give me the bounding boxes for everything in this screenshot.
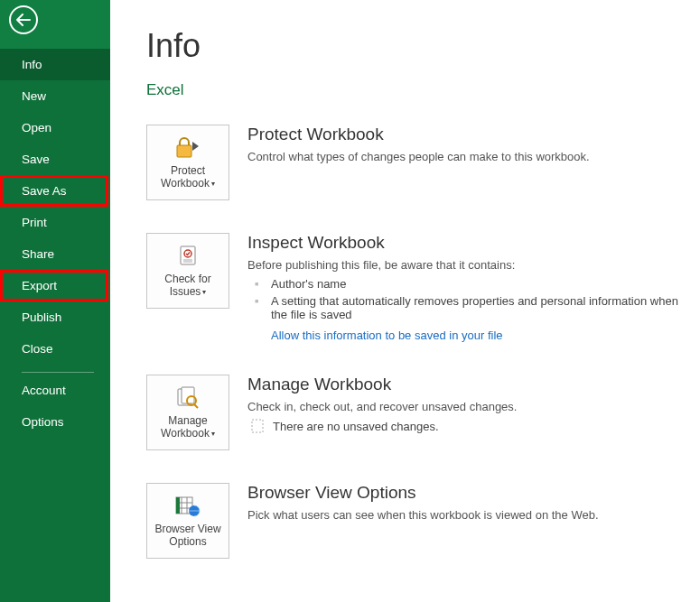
nav-label: Save (22, 153, 50, 166)
nav-label: Options (22, 415, 64, 429)
nav-item-close[interactable]: Close (0, 333, 110, 365)
section-desc: Check in, check out, and recover unsaved… (247, 400, 682, 413)
svg-rect-9 (252, 420, 263, 432)
section-body: Manage Workbook Check in, check out, and… (247, 375, 682, 450)
inspect-bullet: Author's name (247, 275, 682, 292)
nav-label: Close (22, 342, 53, 356)
svg-rect-15 (176, 497, 180, 514)
section-desc: Before publishing this file, be aware th… (247, 258, 682, 272)
allow-info-link[interactable]: Allow this information to be saved in yo… (271, 329, 503, 342)
nav-label: Open (22, 121, 51, 134)
page-subtitle: Excel (146, 81, 682, 99)
chevron-down-icon: ▾ (202, 288, 206, 296)
section-body: Protect Workbook Control what types of c… (247, 125, 682, 200)
nav-primary: Info New Open Save Save As Print Share E… (0, 49, 110, 438)
nav-label: Save As (22, 184, 67, 198)
browser-view-options-button[interactable]: Browser ViewOptions (146, 483, 229, 559)
nav-label: Account (22, 384, 66, 397)
manage-workbook-button[interactable]: ManageWorkbook▾ (146, 375, 229, 450)
nav-item-share[interactable]: Share (0, 238, 110, 270)
section-inspect: Check forIssues▾ Inspect Workbook Before… (146, 233, 682, 342)
section-title: Browser View Options (247, 483, 682, 503)
unsaved-status-text: There are no unsaved changes. (273, 420, 439, 433)
nav-item-publish[interactable]: Publish (0, 301, 110, 333)
section-manage: ManageWorkbook▾ Manage Workbook Check in… (146, 375, 682, 450)
section-title: Protect Workbook (247, 125, 682, 144)
section-title: Inspect Workbook (247, 233, 682, 253)
tile-label: Check forIssues▾ (164, 273, 210, 298)
nav-item-account[interactable]: Account (0, 375, 110, 406)
tile-label: ProtectWorkbook▾ (161, 164, 215, 190)
chevron-down-icon: ▾ (211, 430, 215, 438)
protect-workbook-button[interactable]: ProtectWorkbook▾ (146, 125, 229, 200)
check-for-issues-button[interactable]: Check forIssues▾ (146, 233, 229, 309)
document-check-icon (173, 244, 202, 269)
spreadsheet-globe-icon (173, 494, 202, 519)
nav-item-open[interactable]: Open (0, 112, 110, 144)
nav-item-save[interactable]: Save (0, 144, 110, 175)
tile-label: ManageWorkbook▾ (161, 414, 215, 440)
nav-label: Print (22, 216, 47, 229)
lock-icon (173, 135, 202, 161)
inspect-bullets: Author's name A setting that automatical… (247, 275, 682, 323)
nav-label: Publish (22, 310, 61, 324)
nav-item-new[interactable]: New (0, 80, 110, 112)
svg-line-8 (194, 404, 198, 408)
backstage-sidebar: Info New Open Save Save As Print Share E… (0, 0, 110, 602)
arrow-left-icon (16, 14, 31, 26)
nav-item-options[interactable]: Options (0, 406, 110, 438)
page-title: Info (146, 27, 682, 65)
back-button[interactable] (9, 5, 38, 34)
section-title: Manage Workbook (247, 375, 682, 394)
content-area: Info Excel ProtectWorkbook▾ Protect Work… (110, 0, 700, 602)
unsaved-status-row: There are no unsaved changes. (251, 419, 682, 433)
nav-label: New (22, 89, 46, 103)
document-search-icon (173, 385, 202, 411)
section-desc: Pick what users can see when this workbo… (247, 508, 682, 522)
nav-item-save-as[interactable]: Save As (0, 175, 110, 207)
section-body: Inspect Workbook Before publishing this … (247, 233, 682, 342)
section-desc: Control what types of changes people can… (247, 150, 682, 163)
nav-label: Info (22, 58, 42, 71)
nav-item-export[interactable]: Export (0, 270, 110, 301)
chevron-down-icon: ▾ (211, 180, 215, 188)
svg-rect-0 (177, 145, 191, 157)
nav-label: Share (22, 247, 54, 261)
section-browser: Browser ViewOptions Browser View Options… (146, 483, 682, 559)
app-root: Info New Open Save Save As Print Share E… (0, 0, 700, 602)
back-bar (0, 0, 110, 49)
tile-label: Browser ViewOptions (154, 523, 220, 548)
document-dashed-icon (251, 419, 264, 433)
nav-separator (22, 372, 94, 373)
section-body: Browser View Options Pick what users can… (247, 483, 682, 559)
nav-label: Export (22, 279, 57, 292)
section-protect: ProtectWorkbook▾ Protect Workbook Contro… (146, 125, 682, 200)
inspect-bullet: A setting that automatically removes pro… (247, 292, 682, 323)
nav-item-print[interactable]: Print (0, 207, 110, 238)
nav-item-info[interactable]: Info (0, 49, 110, 80)
